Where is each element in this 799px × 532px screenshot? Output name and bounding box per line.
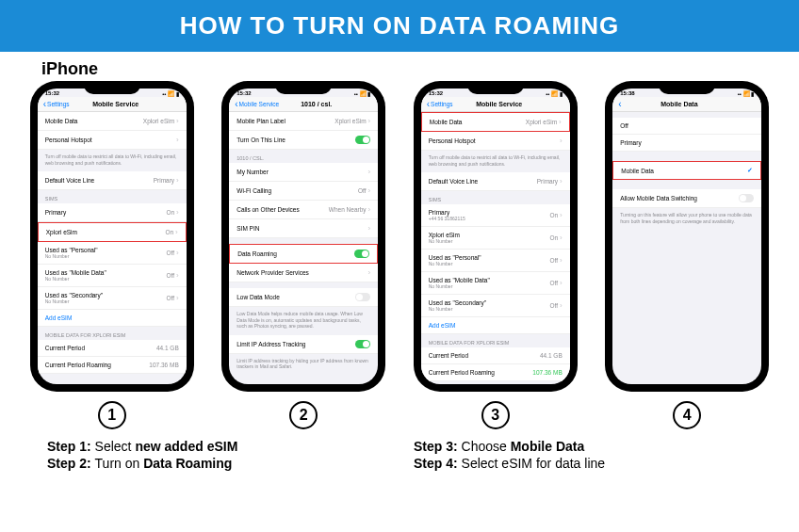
status-time: 15:32 bbox=[429, 90, 443, 97]
phones-row: 15:32•• 📶 ▮ Settings Mobile Service Mobi… bbox=[0, 81, 799, 392]
row-mobile-data-highlighted[interactable]: Mobile DataXplori eSim bbox=[421, 112, 570, 132]
voice-head: 1010 / CSL. bbox=[229, 150, 378, 163]
chevron-right-icon bbox=[560, 177, 563, 185]
status-bar: 15:38•• 📶 ▮ bbox=[612, 89, 761, 97]
nav-title: Mobile Service bbox=[51, 101, 181, 107]
chevron-right-icon bbox=[176, 208, 179, 217]
row-used-personal[interactable]: Used as "Personal"No NumberOff bbox=[421, 250, 570, 272]
chevron-right-icon bbox=[368, 268, 371, 277]
chevron-right-icon bbox=[175, 228, 178, 236]
row-data-roaming-highlighted[interactable]: Data Roaming bbox=[229, 244, 378, 264]
row-off[interactable]: Off bbox=[612, 118, 761, 135]
phone-4: 15:38•• 📶 ▮ Mobile Data Off Primary Mobi… bbox=[605, 81, 769, 392]
status-time: 15:32 bbox=[236, 90, 251, 97]
chevron-right-icon bbox=[559, 118, 562, 126]
captions-right: Step 3: Choose Mobile Data Step 4: Selec… bbox=[414, 439, 752, 473]
row-limit-ip[interactable]: Limit IP Address Tracking bbox=[229, 335, 378, 354]
chevron-right-icon bbox=[368, 205, 371, 214]
row-voice[interactable]: Default Voice LinePrimary bbox=[421, 172, 570, 191]
status-icons: •• 📶 ▮ bbox=[738, 90, 755, 97]
page-header: HOW TO TURN ON DATA ROAMING bbox=[0, 0, 799, 52]
chevron-right-icon bbox=[176, 176, 179, 185]
navbar: Mobile Data bbox=[612, 97, 761, 112]
row-hotspot[interactable]: Personal Hotspot bbox=[38, 131, 187, 150]
chevron-right-icon bbox=[560, 256, 563, 265]
row-esim[interactable]: Xplori eSimNo NumberOn bbox=[421, 227, 570, 250]
list-body: Off Primary Mobile Data✓ Allow Mobile Da… bbox=[612, 112, 761, 384]
toggle-on-icon[interactable] bbox=[355, 136, 370, 144]
row-used-secondary[interactable]: Used as "Secondary"No NumberOff bbox=[421, 295, 570, 317]
row-used-personal[interactable]: Used as "Personal"No NumberOff bbox=[38, 242, 187, 265]
row-plan-label[interactable]: Mobile Plan LabelXplori eSim bbox=[229, 112, 378, 131]
row-primary[interactable]: Primary+44 56 31862115On bbox=[421, 204, 570, 227]
chevron-right-icon bbox=[176, 117, 179, 125]
row-calls-other[interactable]: Calls on Other DevicesWhen Nearby bbox=[229, 201, 378, 219]
row-esim-highlighted[interactable]: Xplori eSimOn bbox=[38, 222, 187, 242]
row-allow-switch[interactable]: Allow Mobile Data Switching bbox=[612, 189, 761, 208]
status-time: 15:38 bbox=[620, 90, 634, 97]
chevron-right-icon bbox=[368, 186, 371, 195]
status-icons: •• 📶 ▮ bbox=[354, 90, 371, 97]
row-mobile-data-highlighted[interactable]: Mobile Data✓ bbox=[612, 161, 761, 180]
screen-2: 15:32•• 📶 ▮ Mobile Service 1010 / csl. M… bbox=[229, 89, 378, 384]
checkmark-icon: ✓ bbox=[747, 167, 753, 174]
row-primary[interactable]: Primary bbox=[612, 135, 761, 152]
chevron-right-icon bbox=[560, 279, 563, 287]
nav-title: 1010 / csl. bbox=[260, 101, 372, 107]
header-title: HOW TO TURN ON DATA ROAMING bbox=[180, 11, 620, 40]
row-used-mobile[interactable]: Used as "Mobile Data"No NumberOff bbox=[38, 265, 187, 287]
chevron-right-icon bbox=[176, 249, 179, 257]
row-add-esim[interactable]: Add eSIM bbox=[38, 310, 187, 327]
badge-3: 3 bbox=[414, 401, 578, 429]
row-my-number[interactable]: My Number bbox=[229, 163, 378, 182]
chevron-right-icon bbox=[560, 211, 563, 219]
chevron-right-icon bbox=[368, 224, 371, 233]
status-icons: •• 📶 ▮ bbox=[162, 90, 179, 97]
list-body: Mobile DataXplori eSim Personal Hotspot … bbox=[421, 112, 570, 384]
badge-4: 4 bbox=[605, 401, 769, 429]
chevron-right-icon bbox=[368, 117, 371, 125]
toggle-on-icon[interactable] bbox=[354, 250, 369, 258]
step-2-caption: Step 2: Turn on Data Roaming bbox=[47, 456, 385, 471]
device-brand: iPhone bbox=[41, 59, 98, 79]
row-used-mobile[interactable]: Used as "Mobile Data"No NumberOff bbox=[421, 272, 570, 295]
screen-4: 15:38•• 📶 ▮ Mobile Data Off Primary Mobi… bbox=[612, 89, 761, 384]
list-body: Mobile Plan LabelXplori eSim Turn On Thi… bbox=[229, 112, 378, 384]
navbar: Mobile Service 1010 / csl. bbox=[229, 97, 378, 112]
row-add-esim[interactable]: Add eSIM bbox=[421, 317, 570, 334]
toggle-off-icon[interactable] bbox=[739, 194, 754, 202]
row-wifi-calling[interactable]: Wi-Fi CallingOff bbox=[229, 182, 378, 201]
row-hotspot[interactable]: Personal Hotspot bbox=[421, 132, 570, 151]
chevron-right-icon bbox=[560, 301, 563, 310]
chevron-right-icon bbox=[368, 168, 371, 176]
row-sim-pin[interactable]: SIM PIN bbox=[229, 219, 378, 238]
nav-title: Mobile Service bbox=[434, 101, 564, 107]
chevron-right-icon bbox=[176, 136, 179, 144]
chevron-right-icon bbox=[176, 271, 179, 280]
switch-note: Turning on this feature will allow your … bbox=[612, 208, 761, 230]
row-current-roaming: Current Period Roaming107.36 MB bbox=[38, 357, 187, 374]
row-primary[interactable]: PrimaryOn bbox=[38, 203, 187, 222]
step-badges: 1 2 3 4 bbox=[0, 392, 799, 433]
row-mobile-data[interactable]: Mobile DataXplori eSim bbox=[38, 112, 187, 131]
usage-head: MOBILE DATA FOR XPLORI ESIM bbox=[38, 327, 187, 340]
row-voice[interactable]: Default Voice LinePrimary bbox=[38, 171, 187, 190]
note: Turn off mobile data to restrict all dat… bbox=[38, 150, 187, 171]
chevron-right-icon bbox=[176, 294, 179, 302]
toggle-off-icon[interactable] bbox=[355, 293, 370, 301]
status-bar: 15:32•• 📶 ▮ bbox=[421, 89, 570, 97]
toggle-on-icon[interactable] bbox=[355, 340, 370, 348]
chevron-right-icon bbox=[560, 234, 563, 242]
status-bar: 15:32•• 📶 ▮ bbox=[38, 89, 187, 97]
nav-title: Mobile Data bbox=[612, 101, 756, 107]
device-row: iPhone bbox=[0, 52, 799, 81]
chevron-right-icon bbox=[560, 137, 563, 145]
step-4-caption: Step 4: Select eSIM for data line bbox=[414, 456, 752, 471]
row-low-data[interactable]: Low Data Mode bbox=[229, 288, 378, 307]
row-nps[interactable]: Network Provider Services bbox=[229, 264, 378, 282]
navbar: Settings Mobile Service bbox=[38, 97, 187, 112]
phone-3: 15:32•• 📶 ▮ Settings Mobile Service Mobi… bbox=[414, 81, 578, 392]
status-time: 15:32 bbox=[45, 90, 59, 97]
row-turn-on[interactable]: Turn On This Line bbox=[229, 131, 378, 150]
row-used-secondary[interactable]: Used as "Secondary"No NumberOff bbox=[38, 287, 187, 310]
